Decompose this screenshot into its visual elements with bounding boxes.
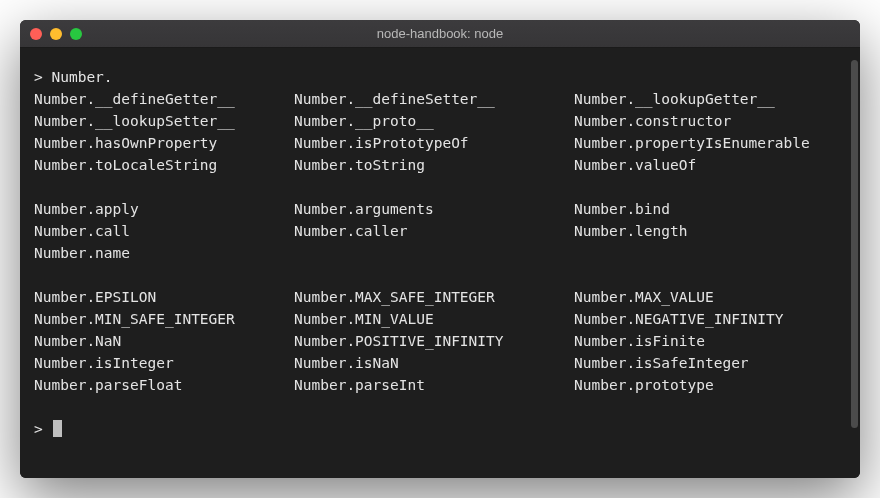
repl-input: Number. xyxy=(51,69,112,85)
terminal-window: node-handbook: node > Number. Number.__d… xyxy=(20,20,860,478)
minimize-icon[interactable] xyxy=(50,28,62,40)
completion-item: Number.toString xyxy=(294,154,574,176)
traffic-lights xyxy=(20,28,82,40)
completion-item: Number.MIN_SAFE_INTEGER xyxy=(34,308,294,330)
completion-item: Number.__proto__ xyxy=(294,110,574,132)
blank-line xyxy=(34,176,846,198)
completion-item: Number.prototype xyxy=(574,374,846,396)
completion-item: Number.constructor xyxy=(574,110,846,132)
completion-group: Number.applyNumber.argumentsNumber.bindN… xyxy=(34,198,846,264)
completion-item xyxy=(294,242,574,264)
completion-item: Number.propertyIsEnumerable xyxy=(574,132,846,154)
completion-item: Number.__defineSetter__ xyxy=(294,88,574,110)
completion-item: Number.call xyxy=(34,220,294,242)
completion-group: Number.__defineGetter__Number.__defineSe… xyxy=(34,88,846,176)
completion-item: Number.apply xyxy=(34,198,294,220)
completion-item: Number.isFinite xyxy=(574,330,846,352)
completion-item: Number.bind xyxy=(574,198,846,220)
completion-item: Number.arguments xyxy=(294,198,574,220)
completion-item: Number.POSITIVE_INFINITY xyxy=(294,330,574,352)
terminal-body[interactable]: > Number. Number.__defineGetter__Number.… xyxy=(20,48,860,478)
completion-item: Number.hasOwnProperty xyxy=(34,132,294,154)
completion-item: Number.toLocaleString xyxy=(34,154,294,176)
cursor-icon xyxy=(53,420,62,437)
completion-item: Number.parseFloat xyxy=(34,374,294,396)
completion-item xyxy=(574,242,846,264)
completion-item: Number.NaN xyxy=(34,330,294,352)
blank-line xyxy=(34,264,846,286)
titlebar[interactable]: node-handbook: node xyxy=(20,20,860,48)
completion-item: Number.isNaN xyxy=(294,352,574,374)
completion-item: Number.EPSILON xyxy=(34,286,294,308)
window-title: node-handbook: node xyxy=(20,26,860,41)
completion-item: Number.name xyxy=(34,242,294,264)
scrollbar[interactable] xyxy=(851,60,858,428)
completion-item: Number.isSafeInteger xyxy=(574,352,846,374)
completion-item: Number.isInteger xyxy=(34,352,294,374)
maximize-icon[interactable] xyxy=(70,28,82,40)
close-icon[interactable] xyxy=(30,28,42,40)
repl-prompt: > xyxy=(34,69,51,85)
completion-item: Number.length xyxy=(574,220,846,242)
completion-item: Number.MIN_VALUE xyxy=(294,308,574,330)
completions-list: Number.__defineGetter__Number.__defineSe… xyxy=(34,88,846,396)
completion-item: Number.__defineGetter__ xyxy=(34,88,294,110)
completion-group: Number.EPSILONNumber.MAX_SAFE_INTEGERNum… xyxy=(34,286,846,396)
completion-item: Number.NEGATIVE_INFINITY xyxy=(574,308,846,330)
completion-item: Number.MAX_VALUE xyxy=(574,286,846,308)
completion-item: Number.valueOf xyxy=(574,154,846,176)
repl-prompt-2: > xyxy=(34,421,51,437)
completion-item: Number.isPrototypeOf xyxy=(294,132,574,154)
completion-item: Number.__lookupSetter__ xyxy=(34,110,294,132)
completion-item: Number.__lookupGetter__ xyxy=(574,88,846,110)
completion-item: Number.caller xyxy=(294,220,574,242)
completion-item: Number.parseInt xyxy=(294,374,574,396)
completion-item: Number.MAX_SAFE_INTEGER xyxy=(294,286,574,308)
